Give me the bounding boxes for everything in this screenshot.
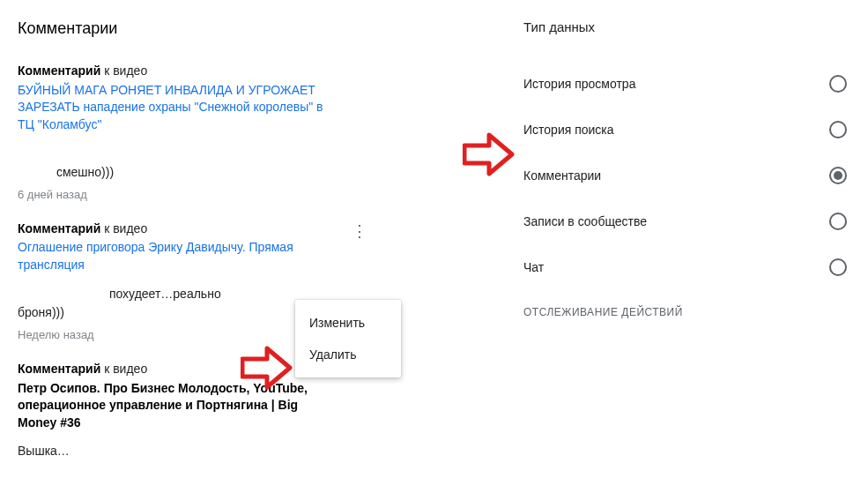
tracking-header: ОТСЛЕЖИВАНИЕ ДЕЙСТВИЙ: [523, 306, 847, 318]
to-video-text: к видео: [100, 362, 147, 376]
radio-label: Комментарии: [523, 168, 601, 183]
radio-label: Чат: [523, 260, 544, 274]
comment-text: похудеет…реально: [109, 287, 221, 301]
radio-row-search-history[interactable]: История поиска: [523, 107, 847, 153]
more-options-button[interactable]: ⋮: [349, 220, 370, 242]
timestamp: 6 дней назад: [18, 188, 326, 201]
radio-icon: [829, 213, 847, 230]
comment-item: Комментарий к видео Оглашение приговора …: [18, 220, 326, 341]
radio-icon: [829, 258, 847, 276]
comment-text: смешно))): [56, 165, 114, 179]
comment-body: похудеет…реально броня))): [18, 285, 326, 323]
comment-text: Вышка…: [18, 444, 70, 458]
comment-text: броня))): [18, 305, 64, 319]
context-menu: Изменить Удалить: [295, 300, 401, 377]
annotation-arrow-icon: [463, 132, 516, 176]
comments-panel: Комментарии Комментарий к видео БУЙНЫЙ М…: [0, 0, 502, 493]
radio-label: История поиска: [523, 123, 614, 137]
comment-prefix: Комментарий: [18, 221, 100, 235]
radio-icon: [829, 75, 847, 93]
page-title: Комментарии: [18, 19, 485, 38]
comment-body: смешно))): [18, 144, 326, 182]
delete-menu-item[interactable]: Удалить: [295, 339, 401, 370]
video-link[interactable]: БУЙНЫЙ МАГА РОНЯЕТ ИНВАЛИДА И УГРОЖАЕТ З…: [18, 83, 323, 131]
radio-row-comments[interactable]: Комментарии: [523, 153, 847, 198]
comment-item: Комментарий к видео БУЙНЫЙ МАГА РОНЯЕТ И…: [18, 63, 326, 201]
radio-row-watch-history[interactable]: История просмотра: [523, 61, 847, 107]
video-link[interactable]: Оглашение приговора Эрику Давидычу. Прям…: [18, 240, 293, 272]
radio-icon: [829, 121, 847, 138]
annotation-arrow-icon: [241, 346, 293, 390]
radio-label: Записи в сообществе: [523, 214, 647, 228]
radio-row-community-posts[interactable]: Записи в сообществе: [523, 198, 847, 244]
data-type-title: Тип данных: [523, 19, 847, 34]
comment-prefix: Комментарий: [18, 362, 100, 376]
comment-prefix: Комментарий: [18, 63, 100, 78]
comment-body: Вышка…: [18, 442, 326, 461]
to-video-text: к видео: [100, 221, 147, 235]
radio-icon: [829, 167, 847, 184]
radio-label: История просмотра: [523, 77, 635, 91]
timestamp: Неделю назад: [18, 328, 326, 341]
edit-menu-item[interactable]: Изменить: [295, 307, 401, 339]
data-type-panel: Тип данных История просмотра История пои…: [502, 0, 868, 493]
radio-row-chat[interactable]: Чат: [523, 244, 847, 290]
to-video-text: к видео: [100, 63, 147, 78]
